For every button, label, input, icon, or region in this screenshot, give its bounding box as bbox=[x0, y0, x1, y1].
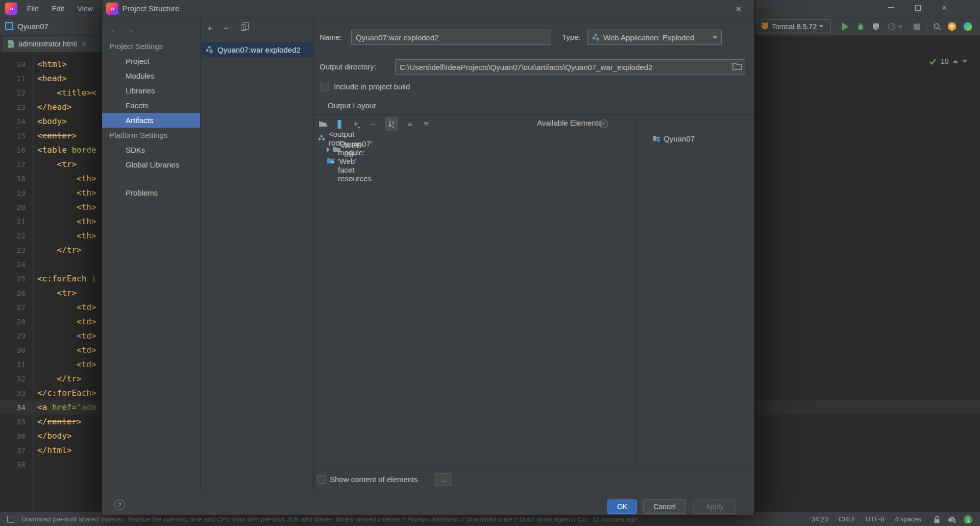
available-element-row[interactable]: Qyuan07 bbox=[652, 133, 695, 144]
add-element-button[interactable]: + bbox=[349, 117, 362, 131]
window-close-button[interactable]: ✕ bbox=[934, 0, 954, 15]
editor-line: 18 <th> bbox=[0, 172, 102, 186]
editor-line: 19 <th> bbox=[0, 186, 102, 200]
editor-line: 22 <th> bbox=[0, 229, 102, 243]
tab-close-icon[interactable]: ✕ bbox=[81, 40, 87, 48]
code-editor[interactable]: 10<html>11<head>12 <title><13</head>14<b… bbox=[0, 52, 102, 512]
editor-line: 24 bbox=[0, 257, 102, 272]
chevron-right-icon[interactable] bbox=[327, 147, 330, 152]
sort-button[interactable]: az bbox=[385, 117, 398, 131]
sidebar-item-modules[interactable]: Modules bbox=[102, 68, 200, 83]
editor-line: 34<a href="adm bbox=[0, 400, 102, 415]
chevron-down-icon[interactable] bbox=[962, 60, 967, 63]
dialog-help-button[interactable]: ? bbox=[114, 499, 125, 510]
indent-widget[interactable]: 4 spaces bbox=[895, 512, 921, 526]
run-button[interactable] bbox=[840, 21, 850, 32]
editor-line: 27 <td> bbox=[0, 300, 102, 315]
back-arrow-icon[interactable]: ← bbox=[110, 25, 119, 35]
add-artifact-button[interactable]: + bbox=[207, 23, 212, 34]
name-input[interactable] bbox=[351, 30, 551, 45]
inspections-widget[interactable]: 10 bbox=[929, 56, 967, 66]
editor-line: 13</head> bbox=[0, 100, 102, 114]
shield-icon bbox=[872, 22, 880, 31]
type-label: Type: bbox=[562, 30, 581, 45]
lock-icon[interactable] bbox=[934, 516, 941, 525]
project-structure-dialog: IJ Project Structure ✕ ← → Project Setti… bbox=[102, 0, 754, 515]
copy-artifact-icon[interactable] bbox=[241, 25, 246, 31]
cursor-position-widget[interactable]: 34:23 bbox=[812, 512, 828, 526]
menu-item-view[interactable]: View bbox=[71, 0, 100, 17]
debug-button[interactable] bbox=[855, 21, 866, 32]
window-maximize-button[interactable] bbox=[908, 0, 928, 15]
add-archive-button[interactable] bbox=[333, 117, 346, 131]
sidebar-item-global-libraries[interactable]: Global Libraries bbox=[102, 157, 200, 172]
remove-element-button[interactable]: − bbox=[366, 117, 380, 131]
new-folder-button[interactable] bbox=[316, 117, 330, 131]
tree-row[interactable]: 'Qyuan07' module: 'Web' facet resources bbox=[327, 155, 372, 166]
cancel-button[interactable]: Cancel bbox=[643, 499, 686, 514]
editor-line: 12 <title>< bbox=[0, 86, 102, 100]
move-down-button[interactable] bbox=[420, 117, 433, 131]
include-in-build-checkbox[interactable] bbox=[321, 83, 329, 91]
editor-line: 29 <td> bbox=[0, 329, 102, 343]
dialog-close-icon[interactable]: ✕ bbox=[733, 4, 744, 15]
tab-administrator-html[interactable]: H administrator.html ✕ bbox=[3, 36, 101, 52]
artifactx-icon bbox=[205, 45, 213, 54]
sidebar-item-project[interactable]: Project bbox=[102, 54, 200, 68]
sidebar-item-problems[interactable]: Problems bbox=[102, 185, 200, 200]
run-with-coverage-button[interactable] bbox=[871, 21, 881, 32]
editor-line: 20 <th> bbox=[0, 200, 102, 214]
layout-widget-icon[interactable] bbox=[7, 516, 14, 523]
show-content-label: Show content of elements bbox=[330, 472, 418, 487]
notifications-badge[interactable]: 1 bbox=[964, 515, 972, 524]
stop-button[interactable] bbox=[912, 21, 922, 32]
tree-pane-divider[interactable] bbox=[635, 115, 635, 471]
window-minimize-button[interactable] bbox=[881, 0, 901, 15]
shared-indexes-icon[interactable]: ? bbox=[948, 515, 957, 525]
ok-button[interactable]: OK bbox=[607, 499, 637, 514]
sidebar-item-libraries[interactable]: Libraries bbox=[102, 83, 200, 98]
ide-update-button[interactable] bbox=[947, 21, 957, 32]
sort-az-icon: az bbox=[387, 120, 396, 128]
run-configuration-select[interactable]: Tomcat 8.5.72 bbox=[757, 19, 831, 33]
html-file-icon: H bbox=[7, 40, 15, 48]
line-separator-widget[interactable]: CRLF bbox=[839, 512, 856, 526]
menu-item-file[interactable]: File bbox=[20, 0, 45, 17]
sidebar-group-header: Platform Settings bbox=[102, 128, 200, 142]
chevron-down-icon bbox=[713, 36, 717, 39]
output-directory-input[interactable] bbox=[395, 59, 745, 75]
output-directory-label: Output directory: bbox=[320, 59, 376, 75]
code-editor-right-region[interactable]: 10 bbox=[754, 36, 980, 512]
search-everywhere-button[interactable] bbox=[932, 21, 942, 32]
editor-line: 23 </tr> bbox=[0, 243, 102, 257]
chevron-up-icon[interactable] bbox=[953, 60, 958, 63]
menu-item-edit[interactable]: Edit bbox=[45, 0, 71, 17]
sidebar-item-artifacts[interactable]: Artifacts bbox=[102, 113, 200, 128]
dialog-sidebar: ← → Project SettingsProjectModulesLibrar… bbox=[102, 17, 200, 491]
bug-icon bbox=[856, 22, 865, 31]
show-content-checkbox[interactable] bbox=[317, 475, 326, 484]
sidebar-item-facets[interactable]: Facets bbox=[102, 98, 200, 113]
include-in-build-label: Include in project build bbox=[334, 79, 410, 94]
apply-button[interactable]: Apply bbox=[693, 499, 736, 514]
more-options-button[interactable]: ... bbox=[435, 473, 452, 486]
toolbar-separator bbox=[927, 21, 927, 32]
forward-arrow-icon[interactable]: → bbox=[126, 25, 134, 35]
profiler-button[interactable] bbox=[887, 21, 897, 32]
artifact-list-item[interactable]: Qyuan07:war exploded2 bbox=[200, 42, 313, 57]
name-label: Name: bbox=[320, 30, 342, 45]
remove-artifact-button[interactable]: − bbox=[224, 23, 229, 34]
editor-line: 35</center> bbox=[0, 415, 102, 429]
code-with-me-button[interactable] bbox=[963, 21, 973, 32]
move-up-button[interactable] bbox=[403, 117, 416, 131]
browse-folder-icon[interactable] bbox=[732, 62, 742, 72]
editor-line: 30 <td> bbox=[0, 343, 102, 357]
type-select[interactable]: Web Application: Exploded bbox=[587, 30, 722, 45]
tab-label: administrator.html bbox=[18, 40, 77, 48]
artifact-icon bbox=[592, 33, 600, 41]
encoding-widget[interactable]: UTF-8 bbox=[866, 512, 885, 526]
editor-line: 37</html> bbox=[0, 443, 102, 458]
help-icon[interactable]: ? bbox=[599, 119, 608, 128]
breadcrumb-project[interactable]: Qyuan07 bbox=[17, 17, 48, 35]
sidebar-item-sdks[interactable]: SDKs bbox=[102, 142, 200, 157]
